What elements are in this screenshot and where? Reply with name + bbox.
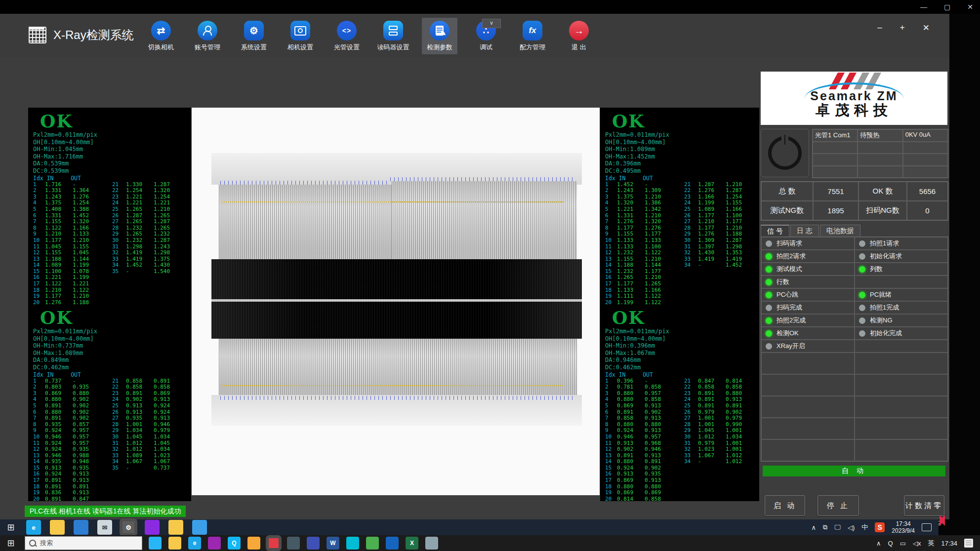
edge-icon[interactable]: e: [26, 520, 41, 535]
measurement-info-line: OH-Min:1.089mm: [605, 146, 759, 153]
battery-icon[interactable]: ▭: [900, 540, 906, 547]
toolbar-item-3[interactable]: ⚙系统设置: [236, 18, 272, 54]
toolbar-item-5[interactable]: <>光管设置: [329, 18, 365, 54]
measurement-row: 260.9790.902: [684, 409, 753, 416]
word-icon[interactable]: W: [327, 537, 339, 550]
volume-icon[interactable]: ◁): [848, 524, 855, 531]
tab-signal[interactable]: 信 号: [761, 225, 789, 237]
measurement-row: 311.3971.298: [684, 244, 753, 250]
local-clock[interactable]: 17:34: [941, 540, 957, 547]
folder-icon[interactable]: [168, 537, 181, 550]
measurement-row: 220.8580.858: [112, 384, 181, 391]
taskbar-search-input[interactable]: 搜索: [25, 536, 142, 550]
signal-cell-empty: [761, 439, 855, 461]
folder2-icon[interactable]: [168, 520, 183, 535]
xray-power-button[interactable]: [761, 129, 809, 177]
app-blue-icon[interactable]: [74, 520, 88, 535]
tube-status-cell: [903, 154, 948, 166]
desktop-maximize-button[interactable]: ▢: [944, 3, 950, 11]
desktop-close-button[interactable]: ✕: [967, 3, 973, 11]
measurement-row: 140.9350.948: [33, 459, 112, 465]
signal-cell: 列数: [855, 263, 948, 276]
toolbar-dropdown-chevron[interactable]: ∨: [482, 19, 501, 28]
user-icon: [198, 21, 217, 40]
measurement-row: 170.8910.913: [33, 477, 112, 484]
volume-muted-icon[interactable]: ◁x: [913, 540, 921, 547]
signal-indicator-off: [766, 240, 772, 247]
xray-app-icon[interactable]: [267, 537, 280, 550]
scanner-icon: [383, 21, 403, 40]
ime-indicator[interactable]: 中: [861, 523, 868, 532]
qq-tray-icon[interactable]: Q: [888, 540, 893, 547]
explorer-icon[interactable]: [425, 537, 438, 550]
measurement-row: 270.9350.913: [112, 415, 181, 422]
folder-icon[interactable]: [50, 520, 65, 535]
measurement-info-line: OH-Max:1.716mm: [33, 153, 191, 160]
tab-battery-data[interactable]: 电池数据: [820, 225, 860, 237]
camera-app-icon[interactable]: [287, 537, 300, 550]
remote-clock[interactable]: 17:342023/9/4: [892, 520, 915, 534]
remote-session-icon[interactable]: ⧉: [823, 523, 827, 531]
app-close-button[interactable]: ✕: [923, 23, 930, 33]
edge-icon[interactable]: e: [188, 537, 201, 550]
signal-label: 扫码完成: [776, 303, 802, 312]
mail-icon[interactable]: ✉: [97, 520, 112, 535]
measurement-row: 170.8690.913: [605, 477, 684, 484]
measurement-row: 281.0010.946: [112, 422, 181, 428]
settings-gear-icon[interactable]: ⚙: [121, 520, 136, 535]
toolbar-item-10[interactable]: →退 出: [561, 18, 597, 54]
action-center-icon[interactable]: [922, 523, 932, 531]
measurement-info-line: Pxl2mm=0.011mm/pix: [605, 328, 759, 335]
measurement-row: 251.2651.210: [112, 206, 181, 213]
window-app-icon[interactable]: [192, 520, 207, 535]
folder-orange-icon[interactable]: [247, 537, 260, 550]
toolbar-item-7[interactable]: 检测参数: [422, 18, 457, 54]
sogou-icon[interactable]: S: [875, 522, 885, 532]
measurement-row: 71.2761.320: [605, 219, 684, 225]
start-button[interactable]: 启 动: [765, 495, 805, 516]
tube-status-table: 光管1 Com1待预热0KV 0uA: [812, 129, 948, 178]
outlook-icon[interactable]: [386, 537, 399, 550]
stop-button[interactable]: 停 止: [817, 495, 859, 516]
signal-cell-empty: [855, 396, 948, 418]
signal-indicator-on: [859, 292, 865, 298]
wechat-icon[interactable]: [366, 537, 379, 550]
measurement-row: 331.0891.023: [112, 453, 181, 459]
measurement-row: 201.1991.122: [605, 300, 684, 304]
counter-label: 总 数: [761, 182, 813, 201]
measurement-info-line: DC:0.462mm: [33, 364, 191, 371]
signal-cell-empty: [855, 374, 948, 396]
toolbar-item-2[interactable]: 账号管理: [190, 18, 225, 54]
display-icon[interactable]: 🖵: [834, 523, 841, 531]
measurement-row: 190.8360.913: [33, 490, 112, 496]
remote-start-button[interactable]: ⊞: [0, 519, 22, 535]
excel-icon[interactable]: X: [406, 537, 418, 550]
app-maximize-button[interactable]: +: [900, 23, 905, 33]
toolbar-item-9[interactable]: fx配方管理: [515, 18, 550, 54]
qq-icon[interactable]: Q: [228, 537, 241, 550]
media-icon[interactable]: [208, 537, 221, 550]
measurement-row: 291.2761.188: [684, 231, 753, 237]
app-minimize-button[interactable]: –: [877, 23, 882, 33]
tray-chevron-icon[interactable]: ∧: [876, 540, 881, 547]
count-reset-button[interactable]: 计数清零: [904, 495, 944, 516]
toolbar-item-6[interactable]: 读码器设置: [375, 18, 411, 54]
tray-chevron-icon[interactable]: ∧: [812, 524, 817, 531]
measurement-block-right-top: OKPxl2mm=0.011mm/pixOH[0.10mm~4.00mm]OH-…: [600, 108, 759, 304]
desktop-minimize-button[interactable]: —: [920, 3, 927, 11]
sticky-notes-icon[interactable]: [964, 539, 973, 548]
visual-app-icon[interactable]: [145, 520, 160, 535]
result-label: OK: [33, 307, 191, 328]
notes-app-icon[interactable]: [307, 537, 320, 550]
tab-log[interactable]: 日 志: [790, 225, 819, 237]
app-teal-icon[interactable]: [149, 537, 162, 550]
toolbar-item-4[interactable]: 相机设置: [283, 18, 318, 54]
ime-indicator[interactable]: 英: [928, 539, 934, 548]
local-start-button[interactable]: ⊞: [0, 535, 22, 551]
measurement-info-line: DA:0.396mm: [605, 160, 759, 167]
desktop-title-bar: — ▢ ✕: [0, 0, 980, 14]
browser-icon[interactable]: [346, 537, 359, 550]
toolbar-item-1[interactable]: ⇄切换相机: [143, 18, 179, 54]
counters-table: 总 数7551OK 数5656测试NG数1895扫码NG数0: [761, 181, 948, 221]
measurement-row: 241.2211.221: [112, 200, 181, 206]
